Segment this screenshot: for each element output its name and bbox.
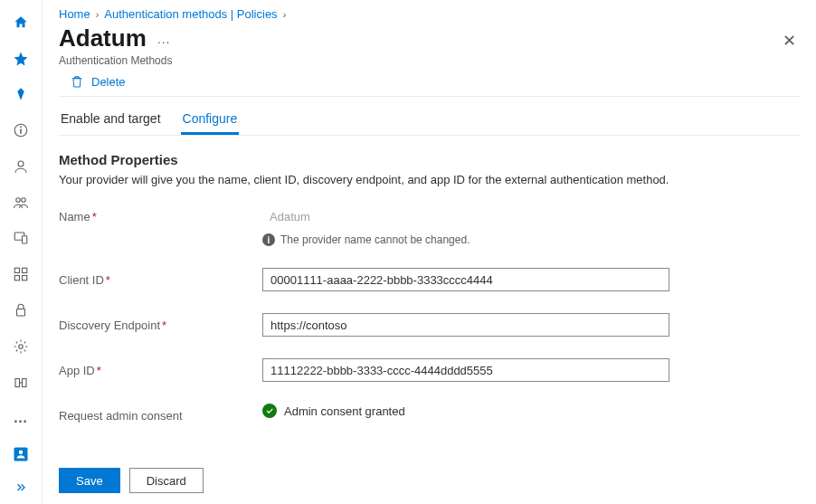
- breadcrumb-home[interactable]: Home: [59, 7, 90, 21]
- trash-icon: [70, 74, 84, 89]
- nav-apps-icon[interactable]: [0, 257, 43, 291]
- check-icon: [262, 404, 277, 418]
- nav-home-icon[interactable]: [0, 5, 43, 40]
- nav-devices-icon[interactable]: [0, 222, 43, 256]
- tab-configure[interactable]: Configure: [181, 104, 240, 135]
- form-row-discovery: Discovery Endpoint*: [59, 313, 800, 337]
- name-input: [262, 204, 669, 228]
- page-subtitle: Authentication Methods: [59, 54, 800, 67]
- client-id-label: Client ID*: [59, 268, 262, 287]
- discovery-input[interactable]: [262, 313, 669, 337]
- page-title: Adatum: [59, 24, 147, 52]
- save-button[interactable]: Save: [59, 468, 120, 493]
- close-icon[interactable]: ✕: [783, 31, 796, 51]
- form-row-client-id: Client ID*: [59, 268, 800, 291]
- nav-info-icon[interactable]: [0, 113, 43, 147]
- divider: [59, 135, 800, 136]
- svg-rect-12: [17, 309, 25, 317]
- title-row: Adatum ···: [59, 24, 800, 52]
- svg-rect-7: [23, 236, 27, 243]
- discard-button[interactable]: Discard: [129, 468, 204, 493]
- svg-rect-15: [23, 378, 27, 386]
- main-content: Home › Authentication methods | Policies…: [43, 0, 816, 504]
- svg-rect-1: [20, 129, 22, 134]
- app-id-label: App ID*: [59, 358, 262, 377]
- svg-rect-8: [14, 268, 19, 272]
- app-id-input[interactable]: [262, 358, 669, 382]
- svg-point-13: [19, 345, 24, 349]
- nav-more-icon[interactable]: …: [0, 401, 43, 435]
- footer-actions: Save Discard: [59, 464, 800, 504]
- name-label: Name*: [59, 204, 262, 223]
- svg-point-5: [22, 197, 26, 202]
- tabs: Enable and target Configure: [59, 104, 800, 135]
- nav-diamond-icon[interactable]: [0, 78, 43, 112]
- name-info: i The provider name cannot be changed.: [262, 233, 669, 246]
- breadcrumb-auth-methods[interactable]: Authentication methods | Policies: [104, 7, 277, 21]
- info-icon: i: [262, 233, 275, 246]
- svg-point-3: [18, 161, 24, 166]
- form-row-name: Name* i The provider name cannot be chan…: [59, 204, 800, 246]
- svg-point-4: [16, 197, 21, 202]
- consent-status: Admin consent granted: [262, 404, 669, 418]
- form-row-consent: Request admin consent Admin consent gran…: [59, 404, 800, 423]
- delete-label: Delete: [91, 75, 126, 89]
- consent-label: Request admin consent: [59, 404, 262, 423]
- nav-gear-icon[interactable]: [0, 329, 43, 364]
- nav-security-icon[interactable]: [0, 293, 43, 328]
- nav-groups-icon[interactable]: [0, 185, 43, 220]
- svg-rect-10: [14, 276, 19, 281]
- divider: [59, 96, 800, 97]
- svg-rect-11: [23, 276, 27, 281]
- delete-button[interactable]: Delete: [59, 72, 800, 96]
- name-info-text: The provider name cannot be changed.: [280, 233, 470, 246]
- tab-enable-and-target[interactable]: Enable and target: [59, 104, 163, 135]
- left-nav-sidebar: …: [0, 0, 43, 504]
- form-row-app-id: App ID*: [59, 358, 800, 382]
- consent-status-text: Admin consent granted: [284, 404, 405, 418]
- nav-favorites-icon[interactable]: [0, 42, 43, 76]
- chevron-right-icon: ›: [283, 9, 287, 20]
- nav-user-icon[interactable]: [0, 149, 43, 184]
- more-actions-icon[interactable]: ···: [157, 34, 171, 49]
- svg-rect-9: [23, 268, 27, 272]
- section-description: Your provider will give you the name, cl…: [59, 173, 800, 186]
- section-title: Method Properties: [59, 152, 800, 167]
- svg-rect-14: [15, 378, 20, 386]
- breadcrumb: Home › Authentication methods | Policies…: [59, 7, 800, 21]
- svg-point-2: [20, 127, 22, 128]
- client-id-input[interactable]: [262, 268, 669, 291]
- nav-profile-icon[interactable]: [0, 437, 43, 471]
- nav-expand-icon[interactable]: [0, 473, 43, 504]
- nav-org-icon[interactable]: [0, 366, 43, 400]
- discovery-label: Discovery Endpoint*: [59, 313, 262, 332]
- chevron-right-icon: ›: [96, 9, 100, 20]
